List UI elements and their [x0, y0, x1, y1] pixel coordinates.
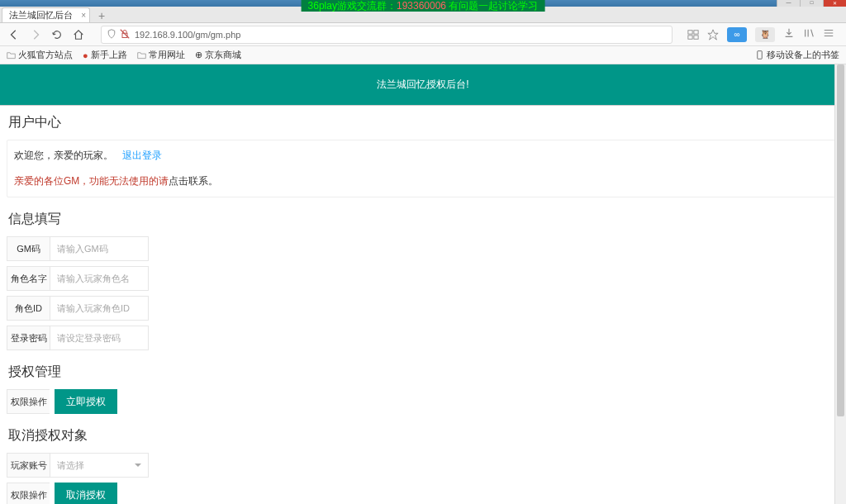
banner-prefix: 36play游戏交流群： [308, 0, 397, 12]
bookmark-star-icon[interactable] [707, 29, 719, 40]
download-icon[interactable] [783, 27, 795, 41]
bookmark-newbie[interactable]: ●新手上路 [83, 49, 127, 61]
cancel-op-label: 权限操作 [7, 483, 50, 504]
new-tab-button[interactable]: + [93, 9, 110, 22]
banner-suffix: 有问题一起讨论学习 [446, 0, 538, 12]
back-button[interactable] [7, 27, 21, 42]
svg-rect-1 [688, 30, 692, 33]
authorize-button[interactable]: 立即授权 [55, 389, 117, 414]
promo-banner: 36play游戏交流群：193360006 有问题一起讨论学习 [302, 0, 545, 12]
banner-number: 193360006 [397, 0, 446, 12]
role-name-label: 角色名字 [7, 266, 50, 291]
window-minimize-button[interactable]: — [777, 0, 800, 7]
window-close-button[interactable]: ✕ [823, 0, 846, 7]
tab-title: 法兰城回忆后台 [9, 9, 73, 21]
auth-op-label: 权限操作 [7, 389, 50, 414]
svg-rect-5 [758, 51, 763, 59]
tab-close-icon[interactable]: × [81, 11, 86, 20]
page-content: 法兰城回忆授权后台! 用户中心 欢迎您，亲爱的玩家。 退出登录 亲爱的各位GM，… [0, 64, 846, 504]
url-bar[interactable]: 192.168.9.100/gm/gm.php [101, 26, 673, 44]
menu-icon[interactable] [823, 27, 834, 41]
welcome-text: 欢迎您，亲爱的玩家。 [14, 150, 113, 161]
svg-rect-4 [694, 35, 698, 38]
svg-rect-2 [694, 30, 698, 33]
library-icon[interactable] [803, 27, 815, 41]
password-input[interactable] [50, 326, 149, 350]
bookmark-jd[interactable]: ⊕京东商城 [195, 49, 241, 61]
fire-icon: ● [83, 50, 88, 60]
user-center-title: 用户中心 [7, 106, 839, 140]
reload-button[interactable] [50, 27, 64, 42]
reader-view-icon[interactable] [687, 29, 699, 40]
bookmark-firefox[interactable]: 火狐官方站点 [7, 49, 73, 61]
password-label: 登录密码 [7, 326, 50, 350]
extension-owl-icon[interactable]: 🦉 [755, 27, 775, 42]
extension-cloud-icon[interactable]: ∞ [727, 27, 747, 42]
player-account-label: 玩家账号 [7, 453, 50, 478]
form-title: 信息填写 [7, 202, 839, 236]
gm-code-input[interactable] [50, 236, 149, 261]
svg-rect-3 [688, 35, 692, 38]
forward-button[interactable] [28, 27, 43, 42]
page-header: 法兰城回忆授权后台! [0, 64, 846, 106]
auth-title: 授权管理 [7, 355, 839, 389]
role-id-label: 角色ID [7, 296, 50, 321]
cancel-authorize-button[interactable]: 取消授权 [55, 483, 117, 504]
vertical-scrollbar[interactable] [834, 64, 846, 504]
role-name-input[interactable] [50, 266, 149, 291]
browser-tab[interactable]: 法兰城回忆后台 × [2, 7, 90, 22]
globe-icon: ⊕ [195, 50, 202, 60]
bookmark-common[interactable]: 常用网址 [137, 49, 185, 61]
bookmark-bar: 火狐官方站点 ●新手上路 常用网址 ⊕京东商城 移动设备上的书签 [0, 46, 846, 64]
url-text: 192.168.9.100/gm/gm.php [135, 30, 240, 40]
warning-text: 亲爱的各位GM，功能无法使用的请点击联系。 [14, 174, 832, 188]
role-id-input[interactable] [50, 296, 149, 321]
window-maximize-button[interactable]: □ [800, 0, 823, 7]
cancel-title: 取消授权对象 [7, 419, 839, 453]
lock-warning-icon [120, 29, 130, 40]
shield-icon [107, 29, 116, 40]
home-button[interactable] [71, 27, 86, 42]
player-account-select[interactable]: 请选择 [50, 453, 149, 478]
welcome-panel: 欢迎您，亲爱的玩家。 退出登录 亲爱的各位GM，功能无法使用的请点击联系。 [7, 140, 839, 197]
scrollbar-thumb[interactable] [837, 64, 844, 416]
gm-code-label: GM码 [7, 236, 50, 261]
bookmark-mobile[interactable]: 移动设备上的书签 [755, 49, 839, 61]
nav-bar: 192.168.9.100/gm/gm.php ∞ 🦉 [0, 23, 846, 46]
logout-link[interactable]: 退出登录 [122, 150, 162, 161]
